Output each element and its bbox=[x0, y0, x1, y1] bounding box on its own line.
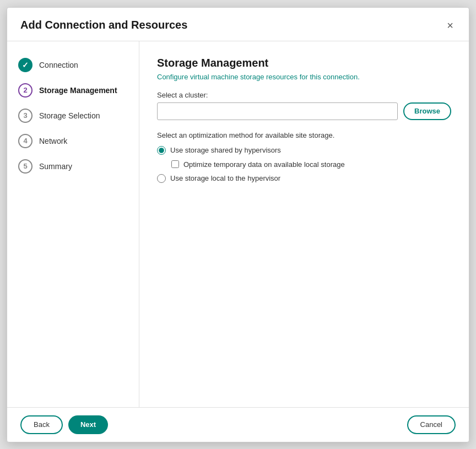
checkbox-optimize-temp[interactable] bbox=[171, 160, 179, 168]
step-circle-1: ✓ bbox=[18, 58, 33, 72]
sidebar-item-storage-selection[interactable]: 3 Storage Selection bbox=[7, 103, 139, 128]
optimization-label: Select an optimization method for availa… bbox=[157, 131, 451, 139]
dialog-body: ✓ Connection 2 Storage Management 3 Stor… bbox=[7, 41, 469, 407]
step-number-5: 5 bbox=[23, 162, 27, 170]
label-shared-hypervisors: Use storage shared by hypervisors bbox=[170, 146, 281, 154]
step-label-connection: Connection bbox=[39, 61, 78, 69]
dialog: Add Connection and Resources × ✓ Connect… bbox=[7, 7, 469, 442]
step-circle-4: 4 bbox=[18, 134, 33, 148]
step-label-storage-management: Storage Management bbox=[39, 86, 117, 95]
label-local-hypervisor: Use storage local to the hypervisor bbox=[170, 174, 280, 182]
section-description: Configure virtual machine storage resour… bbox=[157, 73, 451, 81]
back-button[interactable]: Back bbox=[20, 415, 63, 434]
browse-button[interactable]: Browse bbox=[403, 102, 451, 120]
dialog-title: Add Connection and Resources bbox=[20, 19, 187, 31]
dialog-footer: Back Next Cancel bbox=[7, 407, 469, 442]
step-number-2: 2 bbox=[23, 86, 27, 94]
sidebar-item-storage-management[interactable]: 2 Storage Management bbox=[7, 78, 139, 103]
step-number-3: 3 bbox=[23, 111, 27, 120]
footer-left: Back Next bbox=[20, 415, 108, 434]
section-title: Storage Management bbox=[157, 57, 451, 69]
step-circle-2: 2 bbox=[18, 83, 33, 98]
cancel-button[interactable]: Cancel bbox=[407, 415, 456, 434]
option-shared-hypervisors: Use storage shared by hypervisors bbox=[157, 146, 451, 155]
sidebar-item-network[interactable]: 4 Network bbox=[7, 128, 139, 154]
sidebar-item-connection[interactable]: ✓ Connection bbox=[7, 52, 139, 78]
close-button[interactable]: × bbox=[445, 18, 456, 33]
step-number-4: 4 bbox=[23, 137, 27, 145]
step-label-network: Network bbox=[39, 137, 67, 145]
option-optimize-temp: Optimize temporary data on available loc… bbox=[170, 160, 451, 169]
label-optimize-temp: Optimize temporary data on available loc… bbox=[183, 160, 345, 169]
radio-local-hypervisor[interactable] bbox=[157, 174, 166, 183]
cluster-label: Select a cluster: bbox=[157, 91, 451, 99]
sidebar: ✓ Connection 2 Storage Management 3 Stor… bbox=[7, 41, 139, 407]
step-label-summary: Summary bbox=[39, 162, 72, 171]
next-button[interactable]: Next bbox=[68, 415, 108, 434]
step-circle-3: 3 bbox=[18, 109, 33, 123]
dialog-header: Add Connection and Resources × bbox=[7, 8, 469, 41]
main-content: Storage Management Configure virtual mac… bbox=[139, 41, 469, 407]
step-circle-5: 5 bbox=[18, 159, 33, 174]
option-local-hypervisor: Use storage local to the hypervisor bbox=[157, 174, 451, 183]
step-label-storage-selection: Storage Selection bbox=[39, 111, 100, 120]
sidebar-item-summary[interactable]: 5 Summary bbox=[7, 154, 139, 179]
radio-shared-hypervisors[interactable] bbox=[157, 146, 166, 155]
check-icon: ✓ bbox=[22, 61, 29, 69]
cluster-input[interactable] bbox=[157, 102, 398, 120]
cluster-row: Browse bbox=[157, 102, 451, 120]
